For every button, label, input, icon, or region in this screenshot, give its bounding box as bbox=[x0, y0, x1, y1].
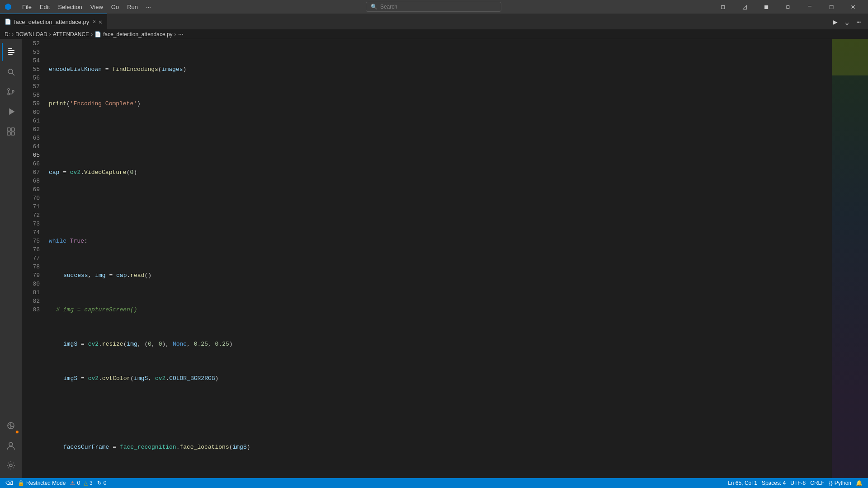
code-line-55: cap = cv2.VideoCapture(0) bbox=[49, 168, 832, 177]
menu-selection[interactable]: Selection bbox=[54, 3, 85, 11]
remote-signal-icon: ↻ bbox=[97, 480, 102, 486]
restricted-mode-item[interactable]: 🔒 Restricted Mode bbox=[16, 480, 67, 486]
status-bar-left: ⌫ 🔒 Restricted Mode ⚠ 0 △ 3 ↻ 0 bbox=[4, 480, 108, 486]
line-ending-item[interactable]: CRLF bbox=[808, 480, 826, 486]
toggle-panel-button[interactable]: ◿ bbox=[734, 0, 755, 14]
menu-more[interactable]: ··· bbox=[142, 3, 155, 11]
minimize-button[interactable]: − bbox=[799, 0, 820, 14]
code-line-59: # img = captureScreen() bbox=[49, 305, 832, 314]
title-bar: ⬢ File Edit Selection View Go Run ··· 🔍 … bbox=[0, 0, 868, 14]
remote-count-item[interactable]: ↻ 0 bbox=[95, 480, 108, 486]
menu-run[interactable]: Run bbox=[123, 3, 142, 11]
breadcrumb-download[interactable]: DOWNLOAD bbox=[15, 31, 47, 38]
svg-point-6 bbox=[8, 89, 9, 90]
maximize-button[interactable]: ❐ bbox=[821, 0, 842, 14]
spaces-item[interactable]: Spaces: 4 bbox=[760, 480, 788, 486]
svg-rect-0 bbox=[8, 48, 12, 49]
menu-file[interactable]: File bbox=[19, 3, 35, 11]
minimap-viewport-highlight bbox=[832, 39, 868, 75]
encoding-label: UTF-8 bbox=[790, 480, 806, 486]
vscode-logo-icon: ⬢ bbox=[5, 2, 12, 12]
python-file-icon: 📄 bbox=[5, 19, 11, 25]
warning-icon: △ bbox=[84, 480, 88, 486]
remote-icon: ⌫ bbox=[5, 480, 13, 486]
encoding-item[interactable]: UTF-8 bbox=[788, 480, 807, 486]
breadcrumb-more[interactable]: ⋯ bbox=[178, 31, 184, 38]
code-line-61: imgS = cv2.cvtColor(imgS, cv2.COLOR_BGR2… bbox=[49, 374, 832, 383]
activity-extensions[interactable] bbox=[2, 122, 20, 141]
svg-rect-11 bbox=[11, 128, 14, 131]
search-placeholder: Search bbox=[380, 4, 397, 10]
title-bar-search-area: 🔍 Search bbox=[159, 2, 708, 12]
activity-bar-bottom bbox=[2, 417, 20, 478]
editor-tab-face-detection[interactable]: 📄 face_detection_attendace.py 3 ✕ bbox=[0, 14, 107, 29]
svg-rect-13 bbox=[11, 132, 14, 135]
activity-account[interactable] bbox=[2, 436, 20, 455]
breadcrumb-attendance[interactable]: ATTENDANCE bbox=[53, 31, 89, 38]
editor-layout-button[interactable]: ◼ bbox=[756, 0, 777, 14]
menu-view[interactable]: View bbox=[87, 3, 107, 11]
svg-point-16 bbox=[9, 442, 13, 446]
svg-point-17 bbox=[9, 464, 12, 467]
cursor-position-item[interactable]: Ln 65, Col 1 bbox=[726, 480, 759, 486]
search-icon: 🔍 bbox=[371, 4, 377, 10]
window-controls: ◻ ◿ ◼ ◽ − ❐ ✕ bbox=[712, 0, 863, 14]
activity-remote[interactable] bbox=[2, 417, 20, 435]
code-line-58: success, img = cap.read() bbox=[49, 271, 832, 280]
tab-number: 3 bbox=[93, 19, 96, 24]
minimap-content bbox=[832, 39, 868, 478]
activity-explorer[interactable] bbox=[2, 43, 20, 61]
activity-search[interactable] bbox=[2, 63, 20, 81]
tabs-bar: 📄 face_detection_attendace.py 3 ✕ ▶ ⌄ ⋯ bbox=[0, 14, 868, 29]
split-dropdown-button[interactable]: ⌄ bbox=[842, 17, 852, 28]
split-editor-button[interactable]: ◻ bbox=[712, 0, 733, 14]
breadcrumb: D: › DOWNLOAD › ATTENDANCE › 📄 face_dete… bbox=[0, 29, 868, 39]
errors-status-item[interactable]: ⚠ 0 △ 3 bbox=[68, 480, 94, 486]
run-button[interactable]: ▶ bbox=[830, 17, 840, 28]
language-item[interactable]: {} Python bbox=[827, 480, 853, 486]
minimap[interactable] bbox=[832, 39, 868, 478]
warning-count: 3 bbox=[90, 480, 93, 486]
code-editor[interactable]: encodeListKnown = findEncodings(images) … bbox=[44, 39, 832, 478]
status-bar-right: Ln 65, Col 1 Spaces: 4 UTF-8 CRLF {} Pyt… bbox=[726, 480, 864, 486]
close-button[interactable]: ✕ bbox=[843, 0, 863, 14]
activity-settings[interactable] bbox=[2, 456, 20, 474]
svg-rect-1 bbox=[8, 50, 14, 51]
menu-go[interactable]: Go bbox=[108, 3, 123, 11]
lock-icon: 🔒 bbox=[18, 480, 24, 486]
bell-icon: 🔔 bbox=[856, 480, 863, 486]
more-actions-button[interactable]: ⋯ bbox=[854, 17, 863, 28]
code-line-53: print('Encoding Complete') bbox=[49, 99, 832, 108]
breadcrumb-d[interactable]: D: bbox=[5, 31, 10, 38]
code-line-56 bbox=[49, 202, 832, 211]
remote-status-item[interactable]: ⌫ bbox=[4, 480, 15, 486]
code-line-64: encodesCurFrame = face_recognition.face_… bbox=[49, 477, 832, 478]
code-container[interactable]: 52 53 54 55 56 57 58 59 60 61 62 63 64 6… bbox=[22, 39, 868, 478]
activity-bar bbox=[0, 39, 22, 478]
code-line-52: encodeListKnown = findEncodings(images) bbox=[49, 65, 832, 74]
main-area: 52 53 54 55 56 57 58 59 60 61 62 63 64 6… bbox=[0, 39, 868, 478]
svg-rect-10 bbox=[7, 128, 10, 131]
activity-run-debug[interactable] bbox=[2, 103, 20, 121]
search-box[interactable]: 🔍 Search bbox=[366, 2, 501, 12]
tab-label: face_detection_attendace.py bbox=[14, 19, 89, 25]
cursor-position: Ln 65, Col 1 bbox=[728, 480, 757, 486]
tab-close-button[interactable]: ✕ bbox=[99, 18, 102, 26]
svg-line-5 bbox=[12, 73, 14, 75]
menu-edit[interactable]: Edit bbox=[36, 3, 53, 11]
remote-count: 0 bbox=[104, 480, 107, 486]
svg-point-7 bbox=[8, 93, 9, 95]
activity-source-control[interactable] bbox=[2, 83, 20, 101]
error-icon: ⚠ bbox=[70, 480, 75, 486]
language-icon: {} bbox=[829, 480, 833, 486]
customize-layout-button[interactable]: ◽ bbox=[778, 0, 798, 14]
code-line-62 bbox=[49, 408, 832, 417]
breadcrumb-filename[interactable]: face_detection_attendace.py bbox=[103, 31, 172, 38]
svg-marker-9 bbox=[9, 109, 14, 114]
language-label: Python bbox=[835, 480, 851, 486]
spaces-label: Spaces: 4 bbox=[762, 480, 786, 486]
svg-rect-3 bbox=[8, 54, 13, 55]
error-count: 0 bbox=[77, 480, 80, 486]
breadcrumb-python-icon: 📄 bbox=[94, 31, 101, 38]
notifications-item[interactable]: 🔔 bbox=[854, 480, 864, 486]
